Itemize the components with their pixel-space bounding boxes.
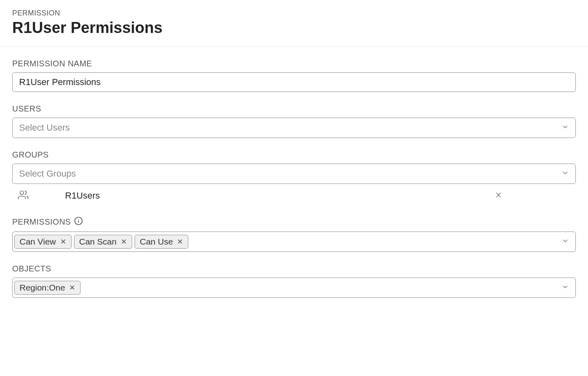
remove-tag-button[interactable]: ✕: [121, 238, 127, 245]
selected-group-row: R1Users: [12, 184, 576, 204]
field-users: USERS Select Users: [12, 104, 576, 138]
permission-tag-label: Can Scan: [79, 237, 117, 247]
chevron-down-icon: [562, 168, 569, 179]
selected-group-name: R1Users: [65, 190, 458, 201]
people-icon: [18, 190, 28, 202]
permission-tag: Can Scan ✕: [74, 235, 132, 249]
permissions-label-text: PERMISSIONS: [12, 217, 71, 227]
permissions-tags: Can View ✕ Can Scan ✕ Can Use ✕: [14, 235, 559, 249]
users-select[interactable]: Select Users: [12, 118, 576, 138]
page-header: PERMISSION R1User Permissions: [0, 0, 588, 47]
users-label: USERS: [12, 104, 576, 114]
groups-placeholder: Select Groups: [19, 168, 76, 179]
permission-tag: Can View ✕: [14, 235, 72, 249]
remove-tag-button[interactable]: ✕: [177, 238, 183, 245]
users-placeholder: Select Users: [19, 122, 70, 133]
remove-tag-button[interactable]: ✕: [60, 238, 66, 245]
groups-select[interactable]: Select Groups: [12, 164, 576, 184]
chevron-down-icon: [562, 282, 569, 293]
objects-select[interactable]: Region:One ✕: [12, 278, 576, 298]
field-permissions: PERMISSIONS Can View ✕ Can Scan ✕ Can Us…: [12, 216, 576, 252]
permission-name-input[interactable]: [12, 72, 576, 92]
permissions-label: PERMISSIONS: [12, 216, 576, 227]
objects-label: OBJECTS: [12, 264, 576, 273]
chevron-down-icon: [562, 236, 569, 247]
permission-name-label: PERMISSION NAME: [12, 59, 576, 68]
chevron-down-icon: [562, 122, 569, 133]
field-objects: OBJECTS Region:One ✕: [12, 264, 576, 298]
permission-tag-label: Can Use: [140, 237, 173, 247]
groups-label: GROUPS: [12, 150, 576, 160]
page-title: R1User Permissions: [12, 19, 576, 37]
object-tag: Region:One ✕: [14, 281, 81, 295]
field-groups: GROUPS Select Groups R1Users: [12, 150, 576, 204]
remove-tag-button[interactable]: ✕: [69, 284, 75, 291]
remove-group-button[interactable]: [494, 191, 503, 201]
svg-point-0: [20, 191, 24, 195]
info-icon[interactable]: [74, 216, 83, 227]
object-tag-label: Region:One: [20, 283, 65, 293]
objects-tags: Region:One ✕: [14, 281, 559, 295]
form-content: PERMISSION NAME USERS Select Users GROUP…: [0, 47, 588, 326]
header-label: PERMISSION: [12, 9, 576, 17]
field-permission-name: PERMISSION NAME: [12, 59, 576, 92]
permission-tag-label: Can View: [20, 237, 56, 247]
permissions-select[interactable]: Can View ✕ Can Scan ✕ Can Use ✕: [12, 232, 576, 252]
permission-tag: Can Use ✕: [135, 235, 189, 249]
